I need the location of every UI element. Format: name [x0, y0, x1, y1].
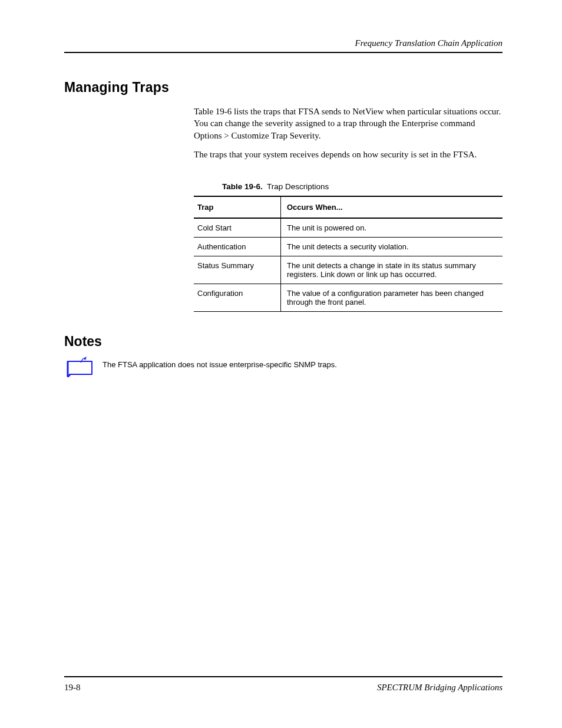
table-cell-trap: Status Summary: [194, 256, 281, 284]
table-cell-when: The value of a configuration parameter h…: [281, 284, 503, 311]
top-rule: [64, 52, 503, 53]
table-head-trap: Trap: [194, 197, 281, 218]
table-head-when: Occurs When...: [281, 197, 503, 218]
table-cell-trap: Cold Start: [194, 219, 281, 237]
table-row: Cold Start The unit is powered on.: [194, 219, 503, 238]
table-caption-label: Table 19-6.: [222, 182, 263, 191]
footer-page-number: 19-8: [64, 683, 81, 693]
table-row: Status Summary The unit detects a change…: [194, 256, 503, 284]
bottom-rule: [64, 676, 503, 677]
footer-doc-title: SPECTRUM Bridging Applications: [377, 683, 503, 693]
note-text: The FTSA application does not issue ente…: [103, 360, 503, 370]
table-caption: Table 19-6. Trap Descriptions: [222, 182, 329, 191]
notes-heading: Notes: [64, 334, 102, 350]
table-row: Authentication The unit detects a securi…: [194, 238, 503, 256]
table-cell-trap: Authentication: [194, 238, 281, 256]
paragraph-2: The traps that your system receives depe…: [194, 149, 503, 160]
table-caption-text: Trap Descriptions: [267, 182, 329, 191]
table-cell-trap: Configuration: [194, 284, 281, 311]
table-cell-when: The unit is powered on.: [281, 219, 503, 237]
table-cell-when: The unit detects a change in state in it…: [281, 256, 503, 284]
body-text: Table 19-6 lists the traps that FTSA sen…: [194, 106, 503, 167]
running-head: Frequency Translation Chain Application: [355, 38, 503, 48]
paragraph-1: Table 19-6 lists the traps that FTSA sen…: [194, 106, 503, 141]
trap-table: Trap Occurs When... Cold Start The unit …: [194, 196, 503, 312]
table-cell-when: The unit detects a security violation.: [281, 238, 503, 256]
table-head-row: Trap Occurs When...: [194, 196, 503, 219]
table-row: Configuration The value of a configurati…: [194, 284, 503, 312]
document-page: Frequency Translation Chain Application …: [0, 0, 562, 728]
note-icon: [65, 357, 96, 379]
section-heading: Managing Traps: [64, 80, 169, 95]
